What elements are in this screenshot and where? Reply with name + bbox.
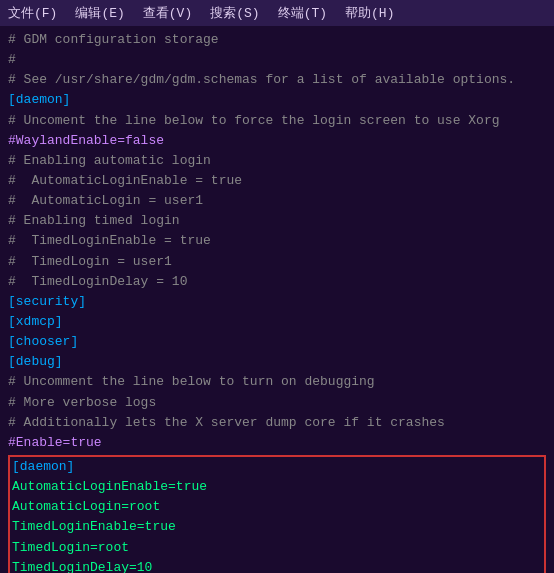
editor-line: # Enabling timed login bbox=[8, 211, 546, 231]
highlighted-config-block: [daemon]AutomaticLoginEnable=trueAutomat… bbox=[8, 455, 546, 573]
editor-line: [daemon] bbox=[12, 457, 542, 477]
editor-line: # Uncoment the line below to force the l… bbox=[8, 111, 546, 131]
editor-line: # TimedLoginEnable = true bbox=[8, 231, 546, 251]
editor-area[interactable]: # GDM configuration storage## See /usr/s… bbox=[0, 26, 554, 573]
menu-item[interactable]: 帮助(H) bbox=[345, 4, 394, 22]
editor-line: [daemon] bbox=[8, 90, 546, 110]
menu-item[interactable]: 文件(F) bbox=[8, 4, 57, 22]
editor-line: TimedLoginDelay=10 bbox=[12, 558, 542, 573]
menu-item[interactable]: 终端(T) bbox=[278, 4, 327, 22]
editor-line: # TimedLoginDelay = 10 bbox=[8, 272, 546, 292]
editor-line: # GDM configuration storage bbox=[8, 30, 546, 50]
editor-line: # Additionally lets the X server dump co… bbox=[8, 413, 546, 433]
editor-line: # bbox=[8, 50, 546, 70]
editor-line: # Enabling automatic login bbox=[8, 151, 546, 171]
editor-line: # See /usr/share/gdm/gdm.schemas for a l… bbox=[8, 70, 546, 90]
editor-line: AutomaticLoginEnable=true bbox=[12, 477, 542, 497]
editor-line: # Uncomment the line below to turn on de… bbox=[8, 372, 546, 392]
editor-line: # AutomaticLoginEnable = true bbox=[8, 171, 546, 191]
editor-line: # AutomaticLogin = user1 bbox=[8, 191, 546, 211]
menu-item[interactable]: 编辑(E) bbox=[75, 4, 124, 22]
editor-line: # TimedLogin = user1 bbox=[8, 252, 546, 272]
editor-line: [debug] bbox=[8, 352, 546, 372]
editor-line: #Enable=true bbox=[8, 433, 546, 453]
editor-line: [security] bbox=[8, 292, 546, 312]
editor-line: TimedLoginEnable=true bbox=[12, 517, 542, 537]
editor-line: #WaylandEnable=false bbox=[8, 131, 546, 151]
editor-line: [xdmcp] bbox=[8, 312, 546, 332]
menu-item[interactable]: 查看(V) bbox=[143, 4, 192, 22]
editor-line: # More verbose logs bbox=[8, 393, 546, 413]
title-bar: 文件(F)编辑(E)查看(V)搜索(S)终端(T)帮助(H) bbox=[0, 0, 554, 26]
editor-line: AutomaticLogin=root bbox=[12, 497, 542, 517]
editor-line: TimedLogin=root bbox=[12, 538, 542, 558]
menu-item[interactable]: 搜索(S) bbox=[210, 4, 259, 22]
editor-line: [chooser] bbox=[8, 332, 546, 352]
